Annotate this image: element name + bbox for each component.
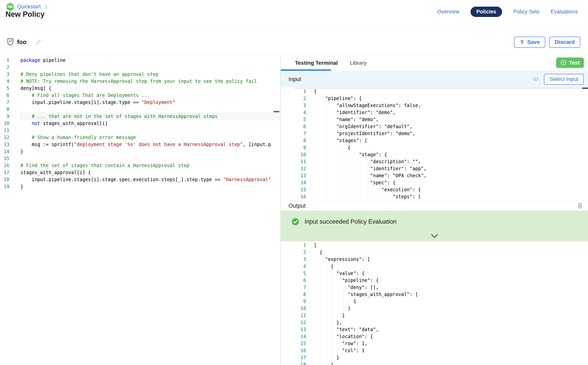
tab-policy-sets[interactable]: Policy Sets — [513, 9, 540, 15]
code-text: "execution": { — [313, 186, 588, 193]
line-number: 9 — [0, 113, 9, 120]
indent-guide — [343, 305, 343, 312]
code-text: } — [19, 183, 280, 190]
code-line: 4 "identifier": "demo", — [281, 109, 588, 116]
tab-library[interactable]: Library — [350, 60, 367, 66]
code-text: "name": "OPA check", — [313, 172, 588, 179]
code-line: 3 "allowStageExecutions": false, — [281, 102, 588, 109]
line-number: 9 — [281, 144, 306, 151]
banner-content: Input succeeded Policy Evaluation — [291, 218, 397, 226]
code-line: 1{ — [281, 88, 588, 95]
indent-guide — [315, 361, 315, 365]
code-text: "description": "", — [313, 158, 588, 165]
code-text: "pipeline": { — [313, 277, 588, 284]
terminal-tabs: Testing Terminal Library Test — [281, 55, 588, 71]
code-line: 13 "name": "OPA check", — [281, 172, 588, 179]
breadcrumb-project-link[interactable]: Quickstart — [17, 4, 41, 10]
code-line: 6 "orgIdentifier": "default", — [281, 123, 588, 130]
code-text: msg := sprintf("deployment stage '%s' do… — [19, 141, 280, 148]
input-scrollbar-thumb[interactable] — [582, 88, 588, 89]
indent-guide — [326, 312, 327, 319]
save-label: Save — [527, 39, 540, 45]
line-number: 13 — [281, 172, 306, 179]
indent-guide — [349, 158, 349, 165]
input-json-editor[interactable]: 1{2 "pipeline": {3 "allowStageExecutions… — [281, 88, 588, 201]
tab-evaluations[interactable]: Evaluations — [551, 9, 578, 15]
code-line: 5 "value": { — [281, 270, 588, 277]
indent-guide — [326, 298, 327, 305]
tab-testing-terminal[interactable]: Testing Terminal — [295, 60, 338, 66]
input-scrollbar-track[interactable] — [294, 88, 588, 89]
save-button[interactable]: Save — [514, 37, 545, 48]
policy-code-editor[interactable]: 1package pipeline23# Deny pipelines that… — [0, 55, 281, 365]
indent-guide — [338, 179, 338, 186]
test-button[interactable]: Test — [556, 57, 584, 68]
indent-guide — [326, 340, 327, 347]
code-line: 5 "name": "demo", — [281, 116, 588, 123]
code-line: 10 not stages_with_approval[i] — [0, 120, 280, 127]
code-text: "pipeline": { — [313, 95, 588, 102]
code-text: # Find all stages that are Deployments .… — [19, 92, 280, 99]
line-number: 6 — [281, 277, 306, 284]
tab-overview[interactable]: Overview — [437, 9, 459, 15]
indent-guide — [315, 340, 315, 347]
line-number: 18 — [281, 361, 306, 365]
code-text: "value": { — [313, 270, 588, 277]
line-number: 7 — [281, 284, 306, 291]
code-text — [19, 106, 280, 113]
trash-icon[interactable] — [577, 202, 583, 209]
output-json-editor[interactable]: 1[2 {3 "expressions": [4 {5 "value": {6 … — [281, 241, 588, 365]
code-text: 1 — [313, 298, 588, 305]
line-number: 16 — [281, 193, 306, 200]
indent-guide — [343, 284, 343, 291]
play-circle-icon — [560, 60, 567, 66]
line-number: 15 — [281, 186, 306, 193]
chevron-down-icon[interactable] — [430, 234, 439, 239]
indent-guide — [326, 144, 327, 151]
code-icon[interactable] — [532, 76, 539, 83]
line-number: 5 — [0, 85, 9, 92]
code-line: 15 "row": 1, — [281, 340, 588, 347]
line-number: 2 — [281, 249, 306, 256]
line-number: 12 — [281, 165, 306, 172]
line-number: 4 — [281, 263, 306, 270]
tab-policies[interactable]: Policies — [471, 7, 502, 17]
indent-guide — [326, 186, 327, 193]
indent-guide — [315, 333, 315, 340]
code-line: 4# NOTE: Try removing the HarnessApprova… — [0, 78, 280, 85]
line-number: 14 — [281, 179, 306, 186]
code-line: 8 — [0, 106, 280, 113]
code-text: "col": 1 — [313, 347, 588, 354]
indent-guide — [338, 340, 338, 347]
line-number: 17 — [281, 354, 306, 361]
indent-guide — [326, 151, 327, 158]
line-number: 1 — [281, 242, 306, 249]
code-text: # Find the set of stages that contain a … — [19, 162, 280, 169]
indent-guide — [315, 165, 315, 172]
code-text: { — [313, 88, 588, 95]
line-number: 11 — [281, 312, 306, 319]
code-text: "stages_with_approval": [ — [313, 291, 588, 298]
line-number: 15 — [281, 340, 306, 347]
indent-guide — [326, 305, 327, 312]
indent-guide — [315, 158, 315, 165]
line-number: 14 — [281, 333, 306, 340]
discard-button[interactable]: Discard — [549, 37, 580, 48]
indent-guide — [315, 123, 315, 130]
edit-pencil-icon[interactable] — [35, 39, 42, 46]
indent-guide — [315, 256, 315, 263]
code-text: "row": 1, — [313, 340, 588, 347]
code-text: "allowStageExecutions": false, — [313, 102, 588, 109]
indent-guide — [326, 123, 327, 130]
code-line: 11 — [0, 127, 280, 134]
indent-guide — [360, 186, 360, 193]
indent-guide — [360, 172, 360, 179]
page-header: Quickstart New Policy Overview Policies … — [0, 0, 588, 29]
code-text — [19, 155, 280, 162]
code-text: # NOTE: Try removing the HarnessApproval… — [19, 78, 280, 85]
active-tab-underline — [281, 70, 331, 71]
indent-guide — [315, 172, 315, 179]
breadcrumb: Quickstart — [6, 2, 48, 11]
select-input-button[interactable]: Select Input — [544, 74, 584, 85]
indent-guide — [360, 179, 360, 186]
